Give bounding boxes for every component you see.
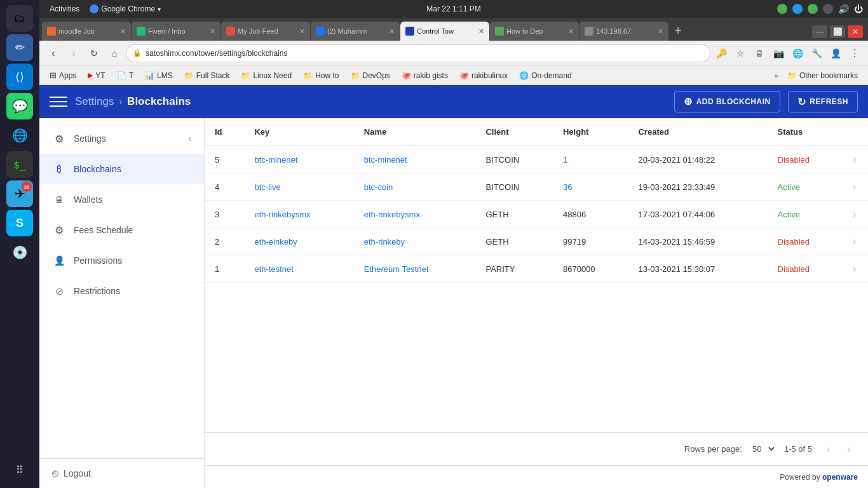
bookmark-btn[interactable]: ☆ <box>732 45 749 62</box>
bookmark-rakibulinux[interactable]: 🐙 rakibulinux <box>454 68 513 83</box>
cell-arrow[interactable]: › <box>843 255 868 283</box>
os-datetime: Mar 22 1:11 PM <box>426 4 480 13</box>
bookmark-rakibgists[interactable]: 🐙 rakib gists <box>397 68 453 83</box>
cell-key[interactable]: eth-testnet <box>244 255 353 283</box>
add-blockchain-btn[interactable]: ⊕ ADD BLOCKCHAIN <box>674 91 780 112</box>
rows-per-page-select[interactable]: 50 25 100 <box>750 444 776 454</box>
home-btn[interactable]: ⌂ <box>105 44 123 62</box>
translate-btn[interactable]: 🌐 <box>789 45 806 62</box>
cell-name[interactable]: eth-rinkebysmx <box>354 201 476 228</box>
cell-client: PARITY <box>475 255 553 283</box>
cell-height[interactable]: 36 <box>553 173 628 201</box>
breadcrumb-settings[interactable]: Settings <box>75 95 114 108</box>
table-row: 1 eth-testnet Ethereum Testnet PARITY 86… <box>205 255 868 283</box>
tab-fb-close[interactable]: ✕ <box>389 27 395 36</box>
sidebar-item-fees[interactable]: ⚙ Fees Schedule <box>39 215 204 245</box>
refresh-btn[interactable]: ↻ REFRESH <box>788 91 858 112</box>
other-bookmarks[interactable]: 📁 Other bookmarks <box>782 68 863 83</box>
logout-btn[interactable]: ⎋ Logout <box>52 468 191 479</box>
taskbar-app-vscode[interactable]: ⟨⟩ <box>6 64 33 90</box>
screenshot-btn[interactable]: 📷 <box>770 45 787 62</box>
taskbar-app-terminal[interactable]: $_ <box>6 151 33 178</box>
cell-key[interactable]: btc-live <box>244 173 353 201</box>
profile-avatar-btn[interactable]: 👤 <box>827 45 844 62</box>
taskbar-app-telegram[interactable]: ✈ 30 <box>6 180 33 207</box>
minimize-btn[interactable]: — <box>812 25 827 38</box>
bookmark-fullstack[interactable]: 📁 Full Stack <box>179 68 235 83</box>
next-page-btn[interactable]: › <box>840 440 858 458</box>
cell-height: 8670000 <box>553 255 628 283</box>
tab-control-close[interactable]: ✕ <box>478 27 484 36</box>
hamburger-btn[interactable] <box>50 93 67 111</box>
sidebar-settings-toggle[interactable]: ‹ <box>188 133 191 144</box>
address-bar[interactable]: 🔒 satoshimx.com/tower/settings/blockchai… <box>126 44 710 62</box>
tab-control[interactable]: Control Tow ✕ <box>400 22 489 41</box>
close-browser-btn[interactable]: ✕ <box>848 25 863 38</box>
bookmark-yt[interactable]: ▶ YT <box>83 68 110 83</box>
bookmarks-more[interactable]: » <box>772 72 781 79</box>
cell-arrow[interactable]: › <box>843 173 868 201</box>
app-header: Settings › Blockchains ⊕ ADD BLOCKCHAIN … <box>39 85 868 118</box>
cell-arrow[interactable]: › <box>843 146 868 173</box>
bookmark-t[interactable]: 📄 T <box>112 68 139 83</box>
tab-ip-close[interactable]: ✕ <box>658 27 663 36</box>
reload-btn[interactable]: ↻ <box>85 44 103 62</box>
more-menu-btn[interactable]: ⋮ <box>846 45 863 62</box>
tab-fiverr-close[interactable]: ✕ <box>210 27 215 36</box>
taskbar-app-editor[interactable]: ✏ <box>6 34 33 61</box>
cell-key[interactable]: btc-minenet <box>244 146 353 173</box>
tab-ip[interactable]: 143.198.67. ✕ <box>580 22 668 41</box>
cell-name[interactable]: Ethereum Testnet <box>354 255 476 283</box>
cell-client: BITCOIN <box>475 173 553 201</box>
telegram-badge: 30 <box>22 182 32 192</box>
taskbar-app-chrome[interactable]: 🌐 <box>6 122 33 149</box>
taskbar-app-files[interactable]: 🗂 <box>6 5 33 32</box>
tab-myjob[interactable]: My Job Feed ✕ <box>221 22 310 41</box>
cell-key[interactable]: eth-rinkebysmx <box>244 201 353 228</box>
taskbar-app-disk[interactable]: 💿 <box>6 239 33 266</box>
bookmark-linux[interactable]: 📁 Linux Need <box>236 68 297 83</box>
tab-fb[interactable]: (2) Muhamm ✕ <box>311 22 400 41</box>
cell-name[interactable]: btc-coin <box>354 173 476 201</box>
tab-new[interactable]: + <box>669 22 687 39</box>
maximize-btn[interactable]: ⬜ <box>830 25 845 38</box>
tab-howto-close[interactable]: ✕ <box>568 27 574 36</box>
taskbar-app-whatsapp[interactable]: 💬 <box>6 93 33 119</box>
taskbar-app-grid[interactable]: ⠿ <box>6 456 33 483</box>
cell-arrow[interactable]: › <box>843 201 868 228</box>
sidebar-item-settings[interactable]: ⚙ Settings ‹ <box>39 123 204 154</box>
bookmark-apps[interactable]: ⊞ Apps <box>44 68 81 83</box>
bookmark-devops[interactable]: 📁 DevOps <box>346 68 395 83</box>
tab-howto[interactable]: How to Dep ✕ <box>490 22 579 41</box>
sidebar-item-blockchains[interactable]: ₿ Blockchains <box>39 154 204 184</box>
sidebar-item-permissions[interactable]: 👤 Permissions <box>39 245 204 276</box>
profile-icon-btn[interactable]: 🔑 <box>713 45 729 62</box>
forward-btn[interactable]: › <box>65 44 83 62</box>
tab-myjob-close[interactable]: ✕ <box>299 27 305 36</box>
cell-height[interactable]: 1 <box>553 146 628 173</box>
add-icon: ⊕ <box>684 95 693 107</box>
sidebar-item-restrictions[interactable]: ⊘ Restrictions <box>39 276 204 306</box>
files-icon: 🗂 <box>14 12 25 25</box>
breadcrumb-separator: › <box>119 97 122 107</box>
cell-arrow[interactable]: › <box>843 228 868 255</box>
skype-icon: S <box>16 217 24 230</box>
back-btn[interactable]: ‹ <box>44 44 62 62</box>
bookmark-lms[interactable]: 📊 LMS <box>140 68 178 83</box>
cell-name[interactable]: btc-minenet <box>354 146 476 173</box>
sidebar-item-wallets[interactable]: 🖥 Wallets <box>39 184 204 215</box>
cell-created: 14-03-2021 15:46:59 <box>628 228 767 255</box>
tab-fiverr[interactable]: Fiverr / Inbo ✕ <box>132 22 220 41</box>
tab-moodle-close[interactable]: ✕ <box>120 27 126 36</box>
cell-key[interactable]: eth-einkeby <box>244 228 353 255</box>
vscode-icon: ⟨⟩ <box>15 70 24 84</box>
cell-name[interactable]: eth-rinkeby <box>354 228 476 255</box>
extensions-btn[interactable]: 🔧 <box>808 45 825 62</box>
bookmark-ondemand[interactable]: 🌐 On-demand <box>514 68 576 83</box>
taskbar-app-skype[interactable]: S <box>6 210 33 236</box>
cast-btn[interactable]: 🖥 <box>751 45 768 62</box>
bookmark-howto[interactable]: 📁 How to <box>298 68 344 83</box>
prev-page-btn[interactable]: ‹ <box>820 440 837 458</box>
os-activities[interactable]: Activities <box>44 4 85 13</box>
tab-moodle[interactable]: moodle Job ✕ <box>42 22 131 41</box>
